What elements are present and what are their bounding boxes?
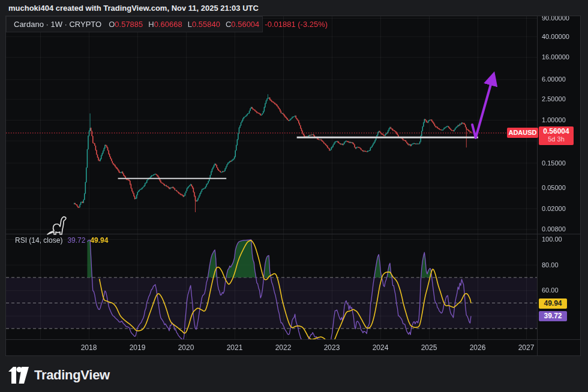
rsi-tick-label: 60.00 xyxy=(542,286,559,294)
price-tick-label: 16.00000 xyxy=(542,53,569,61)
price-tick-label: 6.00000 xyxy=(542,75,566,83)
price-tick-label: 90.00000 xyxy=(542,16,569,22)
close-value: 0.56004 xyxy=(231,20,259,29)
brand-name[interactable]: TradingView xyxy=(34,367,110,383)
rsi-ma-axis-label: 49.94 xyxy=(539,298,567,309)
year-label: 2018 xyxy=(81,343,97,352)
rsi-tick-label: 80.00 xyxy=(542,261,559,269)
price-tick-label: 0.05000 xyxy=(542,183,566,192)
bar-countdown: 5d 3h xyxy=(539,135,574,143)
year-label: 2020 xyxy=(178,343,194,352)
high-label: H xyxy=(148,20,154,29)
rsi-tick-label: 100.00 xyxy=(542,235,562,243)
rsi-legend[interactable]: RSI (14, close) 39.72 49.94 xyxy=(15,236,108,245)
attribution-bar: muchoki404 created with TradingView.com,… xyxy=(0,0,588,16)
rsi-ma-current-value: 49.94 xyxy=(90,236,108,245)
year-label: 2027 xyxy=(518,343,535,352)
close-label: C xyxy=(226,20,231,29)
symbol-price-label: ADAUSD xyxy=(507,128,538,138)
rsi-title: RSI (14, close) xyxy=(15,236,62,245)
dino-sticker-icon[interactable] xyxy=(47,217,66,234)
up-arrow-drawing[interactable] xyxy=(472,78,493,138)
symbol-title[interactable]: Cardano · 1W · CRYPTO xyxy=(14,20,101,29)
price-tick-label: 1.00000 xyxy=(542,116,566,124)
year-label: 2021 xyxy=(227,343,243,352)
year-label: 2022 xyxy=(275,343,292,352)
year-label: 2019 xyxy=(130,343,146,352)
tradingview-logo-icon[interactable] xyxy=(8,367,29,384)
change-value: -0.01881 (-3.25%) xyxy=(265,20,328,29)
symbol-legend[interactable]: Cardano · 1W · CRYPTO O0.57885 H0.60668 … xyxy=(6,16,263,32)
high-value: 0.60668 xyxy=(154,20,182,29)
chart-widget[interactable]: Cardano · 1W · CRYPTO O0.57885 H0.60668 … xyxy=(5,16,581,356)
year-label: 2025 xyxy=(421,343,437,352)
rsi-axis-label: 39.72 xyxy=(539,311,567,321)
footer: TradingView xyxy=(8,363,110,387)
last-price-box: 0.56004 5d 3h xyxy=(539,126,574,145)
low-label: L xyxy=(188,20,192,29)
price-tick-label: 40.00000 xyxy=(542,32,569,41)
low-value: 0.55840 xyxy=(192,20,220,29)
rsi-current-value: 39.72 xyxy=(67,236,85,245)
price-tick-label: 0.15000 xyxy=(542,159,566,167)
open-label: O xyxy=(109,20,115,29)
price-tick-label: 0.00800 xyxy=(542,225,566,233)
open-value: 0.57885 xyxy=(115,20,143,29)
attribution-text: muchoki404 created with TradingView.com,… xyxy=(8,4,259,13)
price-tick-label: 2.50000 xyxy=(542,95,566,103)
drawings-overlay xyxy=(6,16,580,355)
price-tick-label: 0.02000 xyxy=(542,204,566,213)
year-label: 2026 xyxy=(470,343,486,352)
last-price-value: 0.56004 xyxy=(539,127,574,135)
year-label: 2023 xyxy=(324,343,340,352)
year-label: 2024 xyxy=(373,343,389,352)
